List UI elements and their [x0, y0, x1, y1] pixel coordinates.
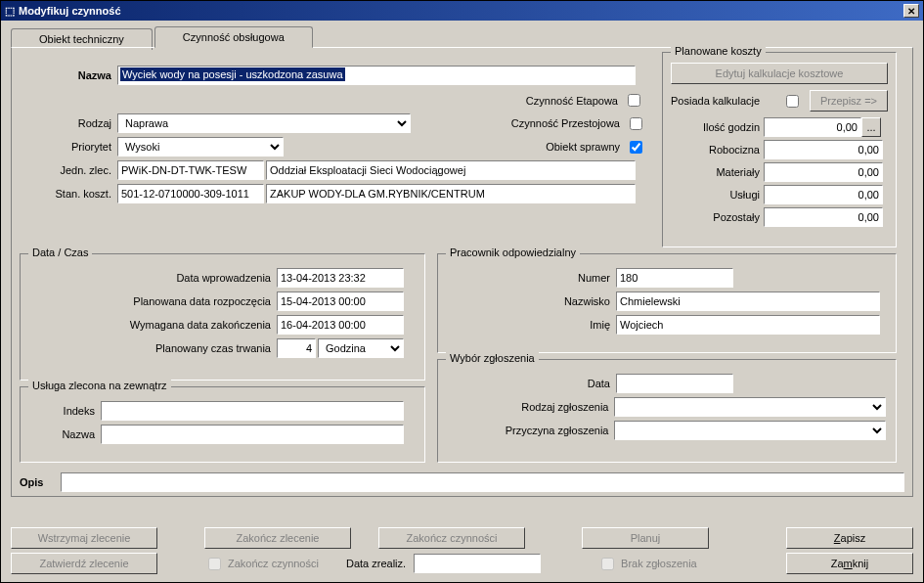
worker-surname-input[interactable] — [616, 292, 880, 311]
close-icon[interactable]: ✕ — [903, 4, 919, 18]
finish-acts-checkbox[interactable] — [208, 558, 221, 570]
materials-label: Materiały — [671, 166, 764, 178]
services-label: Usługi — [671, 189, 764, 201]
assign-button[interactable]: Przepisz => — [810, 90, 888, 112]
labor-input[interactable] — [764, 140, 883, 159]
entered-input[interactable] — [277, 268, 404, 288]
finish-order-button[interactable]: Zakończ zlecenie — [204, 527, 351, 549]
idle-checkbox[interactable] — [630, 117, 642, 130]
services-input[interactable] — [764, 185, 883, 204]
hold-button[interactable]: Wstrzymaj zlecenie — [11, 527, 157, 549]
worker-firstname-label: Imię — [448, 319, 614, 331]
report-group: Wybór zgłoszenia Data Rodzaj zgłoszenia … — [437, 359, 897, 463]
report-legend: Wybór zgłoszenia — [446, 352, 539, 364]
app-icon: ⬚ — [5, 5, 15, 18]
entered-label: Data wprowadzenia — [30, 272, 275, 284]
costs-legend: Planowane koszty — [671, 45, 766, 57]
dates-group: Data / Czas Data wprowadzenia Planowana … — [20, 253, 425, 381]
titlebar: ⬚ Modyfikuj czynność ✕ — [1, 1, 923, 21]
close-button[interactable]: Zamknij — [786, 553, 913, 574]
has-calc-checkbox[interactable] — [786, 95, 799, 108]
costs-group: Planowane koszty Edytuj kalkulacje koszt… — [662, 52, 897, 247]
desc-row: Opis — [20, 472, 904, 492]
duration-unit-select[interactable]: Godzina — [318, 338, 404, 358]
name-label: Nazwa — [20, 69, 115, 81]
cost-code-input[interactable] — [117, 184, 264, 203]
cost-name-input[interactable] — [266, 184, 636, 203]
window: ⬚ Modyfikuj czynność ✕ Obiekt techniczny… — [0, 0, 924, 583]
report-kind-label: Rodzaj zgłoszenia — [448, 401, 612, 413]
content: Obiekt techniczny Czynność obsługowa Naz… — [1, 21, 923, 503]
duration-label: Planowany czas trwania — [30, 342, 275, 354]
obj-ok-checkbox[interactable] — [630, 141, 642, 154]
worker-surname-label: Nazwisko — [448, 295, 614, 307]
start-input[interactable] — [277, 292, 404, 311]
unit-name-input[interactable] — [266, 160, 636, 180]
external-group: Usługa zlecona na zewnątrz Indeks Nazwa — [20, 386, 425, 463]
idle-label: Czynność Przestojowa — [511, 117, 624, 129]
external-legend: Usługa zlecona na zewnątrz — [28, 380, 171, 391]
worker-num-input[interactable] — [616, 268, 733, 288]
report-kind-select[interactable] — [614, 397, 886, 417]
end-input[interactable] — [277, 315, 404, 335]
report-date-input[interactable] — [616, 374, 733, 393]
tab-activity[interactable]: Czynność obsługowa — [154, 26, 313, 48]
plan-button[interactable]: Planuj — [582, 527, 709, 549]
edit-calc-button[interactable]: Edytuj kalkulacje kosztowe — [671, 63, 888, 84]
finish-acts-cb-label: Zakończ czynności — [228, 558, 319, 569]
ext-name-input[interactable] — [101, 425, 404, 444]
desc-label: Opis — [20, 476, 59, 488]
ext-name-label: Nazwa — [30, 428, 99, 440]
end-label: Wymagana data zakończenia — [30, 319, 275, 331]
unit-label: Jedn. zlec. — [20, 164, 115, 176]
worker-firstname-input[interactable] — [616, 315, 880, 335]
dates-legend: Data / Czas — [28, 247, 92, 258]
other-input[interactable] — [764, 207, 883, 227]
tabs: Obiekt techniczny Czynność obsługowa — [11, 26, 913, 48]
window-title: Modyfikuj czynność — [19, 5, 903, 17]
date-real-input[interactable] — [414, 554, 541, 573]
hours-label: Ilość godzin — [671, 121, 764, 133]
priority-label: Priorytet — [20, 141, 115, 153]
report-date-label: Data — [448, 378, 614, 389]
duration-input[interactable] — [277, 338, 316, 358]
main-panel: Nazwa Wyciek wody na posesji - uszkodzon… — [11, 47, 913, 497]
approve-button[interactable]: Zatwierdź zlecenie — [11, 553, 157, 574]
name-value: Wyciek wody na posesji - uszkodzona zasu… — [120, 67, 345, 81]
kind-select[interactable]: Naprawa — [117, 113, 411, 133]
other-label: Pozostały — [671, 211, 764, 223]
obj-ok-label: Obiekt sprawny — [546, 141, 624, 153]
worker-group: Pracownik odpowiedzialny Numer Nazwisko … — [437, 253, 897, 353]
worker-num-label: Numer — [448, 272, 614, 284]
labor-label: Robocizna — [671, 144, 764, 156]
materials-input[interactable] — [764, 162, 883, 182]
worker-legend: Pracownik odpowiedzialny — [446, 247, 580, 258]
priority-select[interactable]: Wysoki — [117, 137, 284, 157]
report-cause-select[interactable] — [614, 421, 886, 440]
ext-index-label: Indeks — [30, 405, 99, 417]
ext-index-input[interactable] — [101, 401, 404, 421]
bottom-bar: Wstrzymaj zlecenie Zakończ zlecenie Zako… — [11, 523, 913, 574]
start-label: Planowana data rozpoczęcia — [30, 295, 275, 307]
cost-label: Stan. koszt. — [20, 188, 115, 200]
no-report-checkbox[interactable] — [601, 558, 614, 570]
stage-checkbox[interactable] — [628, 94, 640, 107]
finish-acts-button[interactable]: Zakończ czynności — [378, 527, 525, 549]
no-report-label: Brak zgłoszenia — [621, 558, 697, 569]
save-label: apisz — [841, 532, 866, 544]
kind-label: Rodzaj — [20, 117, 115, 129]
report-cause-label: Przyczyna zgłoszenia — [448, 425, 612, 436]
date-real-label: Data zrealiz. — [346, 558, 410, 569]
stage-label: Czynność Etapowa — [526, 95, 622, 107]
desc-input[interactable] — [61, 472, 904, 492]
has-calc-label: Posiada kalkulacje — [671, 95, 780, 107]
unit-code-input[interactable] — [117, 160, 264, 180]
hours-input[interactable] — [764, 117, 861, 137]
save-button[interactable]: Zapisz — [786, 527, 913, 549]
hours-lookup-button[interactable]: ... — [861, 117, 881, 137]
